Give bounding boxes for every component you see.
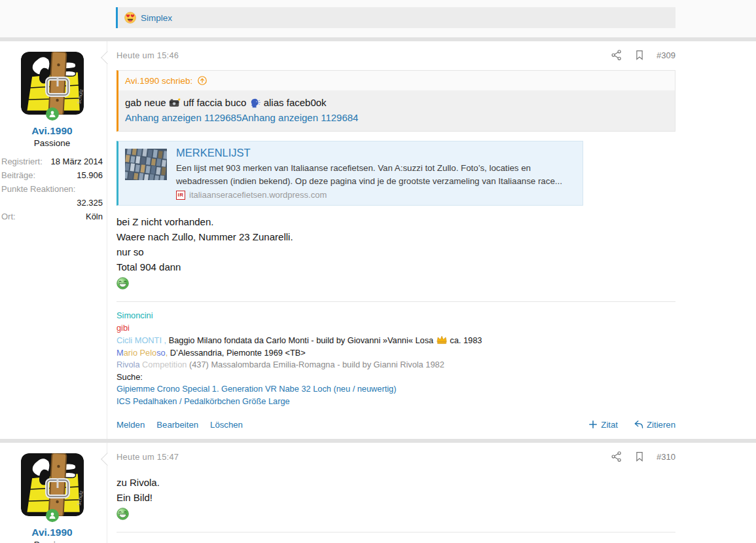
delete-link[interactable]: Löschen xyxy=(210,420,243,430)
avatar[interactable]: Schulz xyxy=(21,453,84,516)
text-segment: Baggio Milano fondata da Carlo Monti - b… xyxy=(166,335,436,345)
text-line: Mario Peloso, D’Alessandria, Piemonte 19… xyxy=(117,347,675,360)
text-segment: gibi xyxy=(117,323,130,333)
post-timestamp-link[interactable]: Heute um 15:47 xyxy=(117,452,179,462)
signature-divider xyxy=(117,301,675,302)
share-icon[interactable] xyxy=(611,451,622,462)
stat-value: 18 März 2014 xyxy=(51,155,103,168)
crown-icon xyxy=(436,334,448,346)
text-line: Cicli MONTI , Baggio Milano fondata da C… xyxy=(117,334,675,347)
quote-attachment-links: Anhang anzeigen 1129685Anhang anzeigen 1… xyxy=(125,110,668,125)
expand-quote-icon[interactable] xyxy=(197,75,207,86)
stat-label: Registriert: xyxy=(1,155,43,168)
reaction-user-link[interactable]: Simplex xyxy=(141,13,172,23)
post-number-link[interactable]: #309 xyxy=(657,50,675,60)
reply-arrow-icon xyxy=(634,419,644,430)
bookmark-icon[interactable] xyxy=(634,49,645,61)
report-link[interactable]: Melden xyxy=(117,420,145,430)
user-stats: Registriert:18 März 2014 Beiträge:15.906… xyxy=(1,155,103,223)
username-link[interactable]: Avi.1990 xyxy=(1,527,103,538)
text-line: zu Rivola. xyxy=(117,475,675,490)
attachment-link[interactable]: Anhang anzeigen 1129684 xyxy=(242,112,358,123)
text-segment: ario Pelo xyxy=(124,348,157,358)
signature-link[interactable]: ICS Pedalhaken / Pedalkörbchen Größe Lar… xyxy=(117,396,290,406)
text-segment: (437) Massalombarda Emilia-Romagna - bui… xyxy=(189,360,444,369)
grin-emoji xyxy=(117,277,129,290)
stat-value: 32.325 xyxy=(77,196,103,210)
text-line: Simoncini xyxy=(117,310,675,322)
user-cell: Schulz Avi.1990 Passione Registriert:18 … xyxy=(0,41,107,439)
add-quote-label: Zitat xyxy=(601,420,618,430)
text-segment: Simoncini xyxy=(117,310,153,320)
text-line: gibi xyxy=(117,322,675,335)
reply-label: Zitieren xyxy=(647,420,675,430)
edit-link[interactable]: Bearbeiten xyxy=(156,420,198,430)
person-icon xyxy=(48,110,56,118)
heart-eyes-emoji xyxy=(124,12,136,24)
quote-block: Avi.1990 schrieb: gab neue uff faccia bu… xyxy=(117,70,675,132)
text-segment: Suche: xyxy=(117,372,143,382)
text-line: Total 904 dann xyxy=(117,259,675,274)
add-quote-button[interactable]: Zitat xyxy=(588,419,618,430)
quote-header[interactable]: Avi.1990 schrieb: xyxy=(118,71,675,90)
stat-value: Köln xyxy=(86,210,103,223)
text-line: Waere nach Zullo, Nummer 23 Zunarelli. xyxy=(117,229,675,244)
post-number-link[interactable]: #310 xyxy=(657,452,675,462)
post-body: bei Z nicht vorhanden.Waere nach Zullo, … xyxy=(117,214,675,274)
signature-link[interactable]: Gipiemme Crono Special 1. Generation VR … xyxy=(117,384,397,394)
stat-value: 15.906 xyxy=(77,168,103,182)
post-timestamp-link[interactable]: Heute um 15:46 xyxy=(117,50,179,60)
message-content: Heute um 15:47 #310 zu Rivola.Ein Bild! … xyxy=(107,443,675,543)
text-segment: Cicli MONTI , xyxy=(117,335,166,345)
speaking-head-emoji xyxy=(249,97,261,109)
link-preview-card[interactable]: MERKENLIJST Een lijst met 903 merken van… xyxy=(117,141,583,206)
plus-icon xyxy=(588,419,598,430)
text-line: Rivola Competition (437) Massalombarda E… xyxy=(117,359,675,371)
text-line: ICS Pedalhaken / Pedalkörbchen Größe Lar… xyxy=(117,396,675,408)
signature: SimoncinigibiCicli MONTI , Baggio Milano… xyxy=(117,310,675,407)
reply-button[interactable]: Zitieren xyxy=(634,419,675,430)
stat-label: Ort: xyxy=(1,210,16,223)
bookmark-icon[interactable] xyxy=(634,451,645,462)
user-cell: Schulz Avi.1990 Passione Registriert:18 … xyxy=(0,443,107,543)
snoopy-doghouse-avatar: Schulz xyxy=(21,453,84,516)
link-preview-description: Een lijst met 903 merken van Italiaanse … xyxy=(176,162,575,187)
signature: SimoncinigibiCicli MONTI , Baggio Milano… xyxy=(117,540,675,543)
attachment-link[interactable]: Anhang anzeigen 1129685 xyxy=(125,112,242,123)
camera-emoji xyxy=(169,97,181,109)
text-line: Ein Bild! xyxy=(117,490,675,505)
text-line: Simoncini xyxy=(117,540,675,543)
right-gutter xyxy=(675,443,756,543)
site-favicon: IR xyxy=(176,191,185,200)
text-segment: uff faccia buco xyxy=(181,97,249,108)
link-preview-thumbnail xyxy=(125,149,167,180)
post-header: Heute um 15:46 #309 xyxy=(117,49,675,61)
snoopy-doghouse-avatar: Schulz xyxy=(21,52,84,115)
text-segment: Rivola xyxy=(117,360,140,369)
post-body: zu Rivola.Ein Bild! xyxy=(117,475,675,505)
share-icon[interactable] xyxy=(611,49,622,61)
text-segment: alias faceb0ok xyxy=(261,97,327,108)
text-line: nur so xyxy=(117,244,675,259)
post-310: Schulz Avi.1990 Passione Registriert:18 … xyxy=(0,443,756,543)
quote-attribution: Avi.1990 schrieb: xyxy=(125,76,192,86)
username-link[interactable]: Avi.1990 xyxy=(1,125,103,137)
user-title: Passione xyxy=(1,138,103,148)
text-segment: M xyxy=(117,348,124,358)
text-line: Suche: xyxy=(117,371,675,384)
online-indicator xyxy=(46,107,59,121)
message-content: Heute um 15:46 #309 Avi.1990 schrieb: ga… xyxy=(107,41,675,439)
post-footer: Melden Bearbeiten Löschen Zitat Zitieren xyxy=(117,419,675,430)
text-line: Gipiemme Crono Special 1. Generation VR … xyxy=(117,383,675,396)
post-header: Heute um 15:47 #310 xyxy=(117,451,675,462)
link-preview-title[interactable]: MERKENLIJST xyxy=(176,147,575,159)
text-segment: gab neue xyxy=(125,97,169,108)
previous-post-strip: Simplex xyxy=(0,0,756,37)
link-preview-domain: italiaanseracefietsen.wordpress.com xyxy=(189,190,327,200)
reaction-bar[interactable]: Simplex xyxy=(116,7,675,28)
stat-label: Punkte Reaktionen: xyxy=(1,182,75,196)
right-gutter xyxy=(675,41,756,439)
text-segment: Competition xyxy=(140,360,189,369)
quote-text-line: gab neue uff faccia buco alias faceb0ok xyxy=(125,95,668,110)
avatar[interactable]: Schulz xyxy=(21,52,84,115)
